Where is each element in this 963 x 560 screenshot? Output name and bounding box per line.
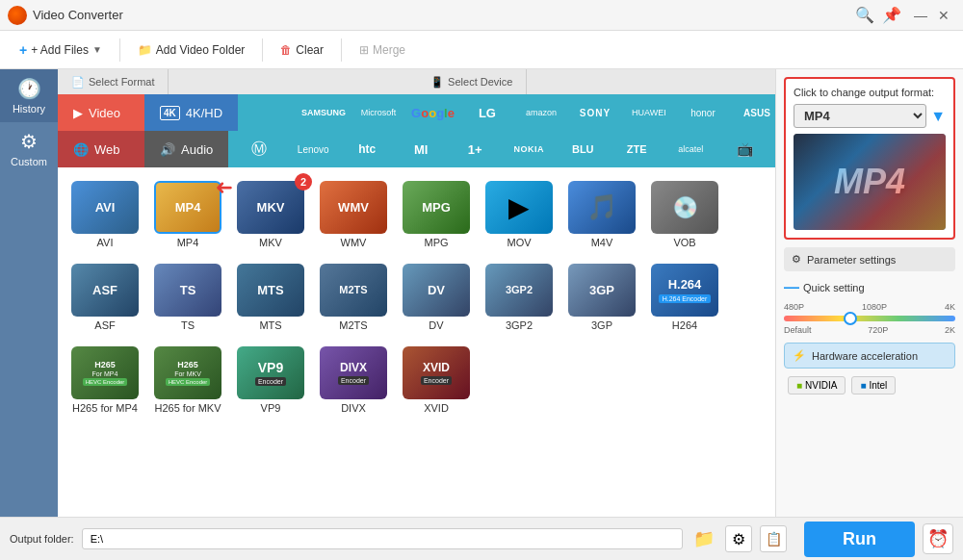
format-mts[interactable]: MTS MTS (233, 260, 308, 335)
mp4-bg (794, 134, 946, 230)
format-mp4[interactable]: MP4 MP4 (150, 177, 225, 252)
extra-settings-button[interactable]: 📋 (760, 525, 787, 552)
title-bar: Video Converter 🔍 📌 — ✕ (0, 0, 963, 31)
cat-audio-btn[interactable]: 🔊 Audio (144, 131, 228, 167)
add-folder-button[interactable]: 📁 Add Video Folder (128, 38, 255, 62)
hw-acceleration-button[interactable]: ⚡ Hardware acceleration (784, 343, 955, 369)
output-folder-input[interactable] (82, 528, 683, 549)
format-mkv[interactable]: MKV 2 MKV (233, 177, 308, 252)
brand-google[interactable]: Google (407, 98, 458, 127)
slider-top-labels: 480P 1080P 4K (784, 302, 955, 312)
right-panel: Click to change output format: MP4 ▼ MP4… (775, 69, 963, 517)
format-xvid[interactable]: XVID Encoder XVID (399, 343, 474, 418)
add-files-button[interactable]: + + Add Files ▼ (10, 38, 112, 63)
brand-apple[interactable] (244, 98, 294, 127)
sony-label: SONY (580, 108, 611, 118)
brand-sony[interactable]: SONY (570, 98, 620, 127)
format-3gp[interactable]: 3GP 3GP (564, 260, 639, 335)
tab-select-format[interactable]: 📄 Select Format (58, 69, 169, 94)
brand-asus[interactable]: ASUS (732, 98, 775, 127)
format-3gp2[interactable]: 3GP2 3GP2 (482, 260, 557, 335)
format-divx[interactable]: DIVX Encoder DIVX (316, 343, 391, 418)
audio-icon: 🔊 (160, 142, 175, 157)
format-vp9[interactable]: VP9 Encoder VP9 (233, 343, 308, 418)
sidebar-item-custom[interactable]: ⚙ Custom (0, 122, 58, 175)
format-m2ts[interactable]: M2TS M2TS (316, 260, 391, 335)
encode-settings-button[interactable]: ⚙ (725, 525, 752, 552)
format-mov[interactable]: ▶ MOV (482, 177, 557, 252)
brand-lenovo[interactable]: Lenovo (288, 135, 338, 164)
format-wmv[interactable]: WMV WMV (316, 177, 391, 252)
close-button[interactable]: ✕ (932, 4, 955, 27)
brand-alcatel[interactable]: alcatel (665, 135, 716, 164)
toolbar-divider2 (262, 38, 263, 62)
brand-lg[interactable]: LG (462, 98, 512, 127)
format-dropdown-arrow-icon[interactable]: ▼ (930, 108, 946, 125)
merge-button[interactable]: ⊞ Merge (350, 38, 415, 62)
format-dv[interactable]: DV DV (399, 260, 474, 335)
format-tab-icon: 📄 (71, 76, 85, 89)
cat-web-btn[interactable]: 🌐 Web (58, 131, 144, 167)
brand-tv[interactable]: 📺 (719, 135, 769, 164)
toolbar-divider (119, 38, 120, 62)
search-icon[interactable]: 🔍 (855, 6, 874, 24)
toolbar: + + Add Files ▼ 📁 Add Video Folder 🗑 Cle… (0, 31, 963, 69)
brand-nokia[interactable]: NOKIA (504, 135, 554, 164)
spacer2 (527, 69, 775, 94)
main-content: 🕐 History ⚙ Custom 📄 Select Format 📱 Sel… (0, 69, 963, 517)
brand-mi[interactable]: MI (396, 135, 446, 164)
format-m4v[interactable]: 🎵 M4V (564, 177, 639, 252)
brands-row-1: SAMSUNG Microsoft Google LG amazon (238, 94, 775, 131)
format-h265mp4[interactable]: H265 For MP4 HEVC Encoder H265 for MP4 (67, 343, 143, 418)
brand-samsung[interactable]: SAMSUNG (298, 98, 350, 127)
mov-icon: ▶ (508, 191, 530, 223)
vp9-encoder-badge: Encoder (255, 377, 286, 386)
microsoft-label: Microsoft (361, 108, 397, 117)
brand-motorola[interactable]: Ⓜ (234, 135, 284, 164)
browse-folder-button[interactable]: 📁 (690, 525, 717, 552)
run-button[interactable]: Run (804, 522, 915, 557)
parameter-settings-button[interactable]: ⚙ Parameter settings (784, 247, 955, 271)
mkv-thumb-wrapper: MKV 2 (237, 181, 304, 234)
sidebar-item-history[interactable]: 🕐 History (0, 69, 58, 122)
brand-amazon[interactable]: amazon (516, 98, 566, 127)
intel-badge[interactable]: ■ Intel (851, 376, 896, 395)
app-logo (8, 6, 27, 25)
zte-label: ZTE (627, 143, 647, 155)
format-vob[interactable]: 💿 VOB (647, 177, 722, 252)
format-h264[interactable]: H.264 H.264 Encoder H264 (647, 260, 722, 335)
cat-video-btn[interactable]: ▶ Video (58, 94, 144, 131)
quality-slider[interactable] (784, 316, 955, 321)
brand-blu[interactable]: BLU (558, 135, 608, 164)
brand-oneplus[interactable]: 1+ (450, 135, 500, 164)
format-dropdown[interactable]: MP4 (794, 104, 926, 128)
brand-zte[interactable]: ZTE (612, 135, 662, 164)
nvidia-badge[interactable]: ■ NVIDIA (788, 376, 846, 395)
format-mkv-wrapper: ➜ MKV 2 MKV (233, 177, 308, 252)
clear-button[interactable]: 🗑 Clear (271, 38, 333, 62)
brand-htc[interactable]: htc (342, 135, 392, 164)
output-format-hint: Click to change output format: (794, 87, 946, 98)
brand-huawei[interactable]: HUAWEI (624, 98, 674, 127)
mp4-preview-image: MP4 (794, 134, 946, 230)
format-mpg[interactable]: MPG MPG (399, 177, 474, 252)
alarm-button[interactable]: ⏰ (923, 523, 953, 554)
dropdown-arrow-icon: ▼ (92, 44, 102, 55)
cat-brand-row2: 🌐 Web 🔊 Audio Ⓜ Lenovo htc (58, 131, 775, 167)
plus-icon: + (19, 42, 27, 58)
slider-thumb[interactable] (844, 312, 857, 325)
format-h265mkv[interactable]: H265 For MKV HEVC Encoder H265 for MKV (150, 343, 225, 418)
brand-honor[interactable]: honor (678, 98, 728, 127)
h264-badge: H.264 Encoder (659, 294, 712, 303)
format-avi[interactable]: AVI AVI (67, 177, 143, 252)
tab-select-device[interactable]: 📱 Select Device (417, 69, 527, 94)
format-ts[interactable]: TS TS (150, 260, 225, 335)
pin-icon[interactable]: 📌 (882, 6, 901, 24)
bottom-bar: Output folder: 📁 ⚙ 📋 Run ⏰ (0, 517, 963, 560)
brand-microsoft[interactable]: Microsoft (353, 98, 403, 127)
format-asf[interactable]: ASF ASF (67, 260, 143, 335)
motorola-icon: Ⓜ (251, 140, 267, 160)
history-icon: 🕐 (17, 77, 41, 100)
minimize-button[interactable]: — (909, 4, 932, 27)
cat-hd-btn[interactable]: 4K 4K/HD (144, 94, 238, 131)
